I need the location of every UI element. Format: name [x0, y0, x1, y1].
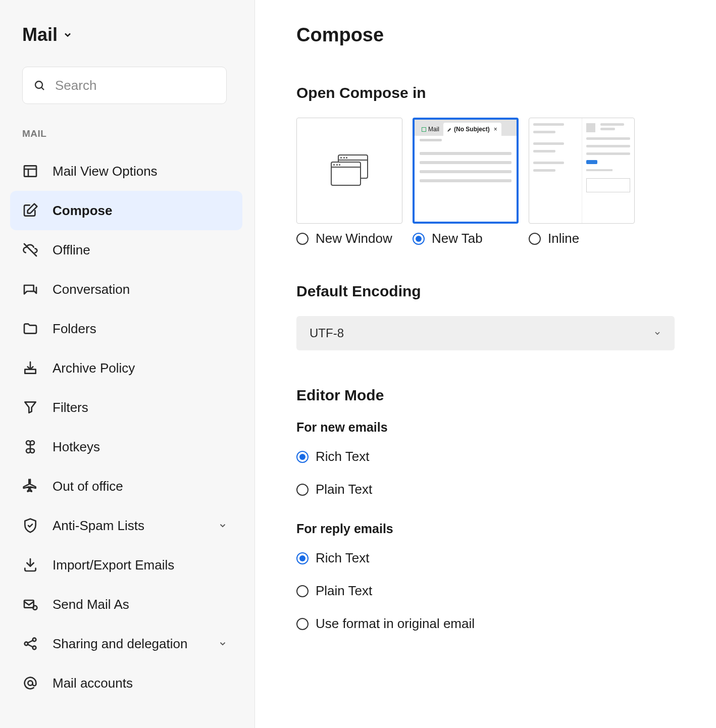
sidebar-item-anti-spam-lists[interactable]: Anti-Spam Lists	[10, 506, 242, 545]
command-icon	[22, 439, 38, 455]
windows-stack-icon	[331, 154, 368, 187]
reply-emails-radios: Rich TextPlain TextUse format in origina…	[296, 550, 675, 632]
compose-card-new-window[interactable]	[296, 118, 402, 224]
sidebar-item-label: Out of office	[53, 479, 235, 494]
compose-radio-inline[interactable]: Inline	[529, 231, 635, 246]
sidebar-item-label: Anti-Spam Lists	[53, 518, 218, 534]
sidebar-item-label: Mail accounts	[53, 675, 235, 691]
radio-plain-text[interactable]: Plain Text	[296, 583, 675, 599]
radio-icon	[296, 585, 309, 597]
encoding-title: Default Encoding	[296, 283, 675, 300]
sidebar-item-compose[interactable]: Compose	[10, 191, 242, 230]
chevron-down-icon	[653, 329, 661, 337]
radio-use-format-in-original-email[interactable]: Use format in original email	[296, 616, 675, 632]
sidebar-item-folders[interactable]: Folders	[10, 309, 242, 348]
radio-icon	[296, 233, 309, 245]
page-title: Compose	[296, 24, 675, 46]
svg-point-14	[28, 681, 32, 685]
search-icon	[33, 79, 45, 91]
airplane-icon	[22, 478, 38, 494]
encoding-value: UTF-8	[310, 326, 344, 340]
radio-icon	[529, 233, 541, 245]
sidebar-item-sharing-and-delegation[interactable]: Sharing and delegation	[10, 624, 242, 663]
cloud-off-icon	[22, 242, 38, 258]
svg-line-5	[24, 244, 36, 256]
sidebar-item-out-of-office[interactable]: Out of office	[10, 466, 242, 506]
import-icon	[22, 557, 38, 573]
sidebar-item-mail-accounts[interactable]: Mail accounts	[10, 663, 242, 703]
sidebar-item-conversation[interactable]: Conversation	[10, 270, 242, 309]
sidebar-item-label: Archive Policy	[53, 360, 235, 376]
sidebar-item-filters[interactable]: Filters	[10, 388, 242, 427]
compose-card-new-tab[interactable]: Mail (No Subject)×	[413, 118, 519, 224]
new-emails-title: For new emails	[296, 420, 675, 435]
radio-rich-text[interactable]: Rich Text	[296, 550, 675, 566]
search-wrap	[22, 67, 227, 104]
preview-tab-compose-label: (No Subject)	[454, 126, 490, 133]
sidebar-item-label: Sharing and delegation	[53, 636, 218, 652]
radio-icon	[296, 618, 309, 630]
filter-icon	[22, 399, 38, 415]
radio-label: New Tab	[432, 231, 483, 246]
main-content: Compose Open Compose in New Window	[255, 0, 716, 728]
chevron-down-icon	[63, 30, 73, 40]
radio-plain-text[interactable]: Plain Text	[296, 482, 675, 497]
sidebar-item-archive-policy[interactable]: Archive Policy	[10, 348, 242, 388]
radio-label: Plain Text	[316, 583, 372, 599]
compose-option-inline: Inline	[529, 118, 635, 246]
sidebar-item-label: Folders	[53, 321, 235, 337]
sidebar-item-label: Conversation	[53, 282, 235, 297]
radio-icon	[413, 233, 425, 245]
open-compose-title: Open Compose in	[296, 84, 675, 101]
settings-sidebar: Mail MAIL Mail View OptionsComposeOfflin…	[0, 0, 255, 728]
sidebar-item-import-export-emails[interactable]: Import/Export Emails	[10, 545, 242, 585]
sidebar-item-hotkeys[interactable]: Hotkeys	[10, 427, 242, 466]
svg-point-8	[33, 606, 37, 610]
chevron-down-icon	[218, 639, 227, 648]
svg-line-13	[28, 644, 33, 647]
compose-option-new-window: New Window	[296, 118, 402, 246]
encoding-section: Default Encoding UTF-8	[296, 283, 675, 350]
shield-icon	[22, 517, 38, 534]
folder-icon	[22, 321, 38, 337]
radio-rich-text[interactable]: Rich Text	[296, 449, 675, 464]
sidebar-item-label: Filters	[53, 400, 235, 415]
sidebar-item-label: Compose	[53, 203, 235, 219]
sidebar-title: Mail	[22, 24, 58, 45]
sidebar-section-label: MAIL	[22, 128, 244, 139]
radio-label: Plain Text	[316, 482, 372, 497]
sidebar-item-label: Mail View Options	[53, 164, 235, 179]
compose-icon	[22, 202, 38, 219]
search-input[interactable]	[22, 67, 227, 104]
radio-label: Rich Text	[316, 550, 369, 566]
open-compose-section: Open Compose in New Window	[296, 84, 675, 246]
sidebar-item-send-mail-as[interactable]: Send Mail As	[10, 585, 242, 624]
sidebar-item-mail-view-options[interactable]: Mail View Options	[10, 151, 242, 191]
compose-option-new-tab: Mail (No Subject)× New Tab	[413, 118, 519, 246]
radio-icon	[296, 552, 309, 564]
encoding-dropdown[interactable]: UTF-8	[296, 316, 675, 350]
chevron-down-icon	[218, 521, 227, 530]
radio-icon	[296, 451, 309, 463]
radio-label: Use format in original email	[316, 616, 475, 632]
svg-rect-7	[24, 600, 34, 608]
list-layout-icon	[22, 163, 38, 179]
svg-line-12	[28, 640, 33, 643]
reply-emails-title: For reply emails	[296, 522, 675, 536]
chat-icon	[22, 281, 38, 297]
at-icon	[22, 675, 38, 691]
editor-mode-section: Editor Mode For new emails Rich TextPlai…	[296, 387, 675, 632]
sidebar-item-label: Hotkeys	[53, 439, 235, 455]
svg-point-0	[35, 81, 42, 88]
compose-radio-new-window[interactable]: New Window	[296, 231, 402, 246]
archive-icon	[22, 360, 38, 376]
radio-label: Inline	[548, 231, 579, 246]
sidebar-header[interactable]: Mail	[22, 24, 244, 45]
new-emails-radios: Rich TextPlain Text	[296, 449, 675, 497]
svg-rect-2	[24, 166, 36, 176]
compose-card-inline[interactable]	[529, 118, 635, 224]
send-as-icon	[22, 596, 38, 612]
sidebar-item-offline[interactable]: Offline	[10, 230, 242, 270]
compose-radio-new-tab[interactable]: New Tab	[413, 231, 519, 246]
sidebar-item-label: Import/Export Emails	[53, 557, 235, 573]
